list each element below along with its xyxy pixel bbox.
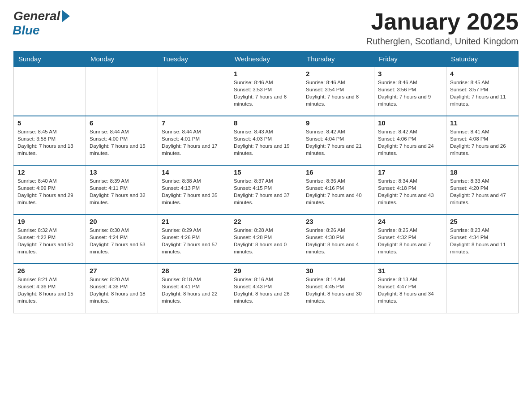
calendar-cell: 5Sunrise: 8:45 AM Sunset: 3:58 PM Daylig… (14, 116, 86, 165)
weekday-header: Wednesday (230, 51, 302, 67)
day-number: 6 (90, 119, 154, 127)
calendar-cell: 8Sunrise: 8:43 AM Sunset: 4:03 PM Daylig… (230, 116, 302, 165)
day-number: 12 (17, 168, 82, 176)
calendar-cell (14, 67, 86, 116)
calendar-cell: 4Sunrise: 8:45 AM Sunset: 3:57 PM Daylig… (446, 67, 519, 116)
calendar-cell: 6Sunrise: 8:44 AM Sunset: 4:00 PM Daylig… (86, 116, 158, 165)
logo-blue-text: Blue (13, 23, 40, 38)
day-info: Sunrise: 8:33 AM Sunset: 4:20 PM Dayligh… (450, 177, 515, 206)
calendar-cell: 9Sunrise: 8:42 AM Sunset: 4:04 PM Daylig… (302, 116, 374, 165)
calendar-cell: 22Sunrise: 8:28 AM Sunset: 4:28 PM Dayli… (230, 214, 302, 264)
day-number: 15 (234, 168, 298, 176)
title-section: January 2025 Rutherglen, Scotland, Unite… (366, 9, 519, 47)
day-info: Sunrise: 8:23 AM Sunset: 4:34 PM Dayligh… (450, 227, 515, 255)
day-number: 31 (378, 267, 442, 274)
day-info: Sunrise: 8:25 AM Sunset: 4:32 PM Dayligh… (378, 227, 442, 255)
day-info: Sunrise: 8:46 AM Sunset: 3:56 PM Dayligh… (378, 79, 442, 107)
day-info: Sunrise: 8:42 AM Sunset: 4:06 PM Dayligh… (378, 128, 442, 157)
day-info: Sunrise: 8:44 AM Sunset: 4:00 PM Dayligh… (90, 128, 154, 157)
day-number: 2 (306, 70, 370, 77)
day-info: Sunrise: 8:42 AM Sunset: 4:04 PM Dayligh… (306, 128, 370, 157)
calendar-cell: 15Sunrise: 8:37 AM Sunset: 4:15 PM Dayli… (230, 165, 302, 214)
day-info: Sunrise: 8:32 AM Sunset: 4:22 PM Dayligh… (17, 227, 82, 255)
day-number: 17 (378, 168, 442, 176)
calendar-cell (158, 67, 230, 116)
day-number: 24 (378, 218, 442, 225)
day-info: Sunrise: 8:46 AM Sunset: 3:54 PM Dayligh… (306, 79, 370, 107)
day-info: Sunrise: 8:16 AM Sunset: 4:43 PM Dayligh… (234, 276, 298, 304)
calendar-cell: 23Sunrise: 8:26 AM Sunset: 4:30 PM Dayli… (302, 214, 374, 264)
day-info: Sunrise: 8:44 AM Sunset: 4:01 PM Dayligh… (162, 128, 226, 157)
day-info: Sunrise: 8:21 AM Sunset: 4:36 PM Dayligh… (17, 276, 82, 304)
calendar-cell: 7Sunrise: 8:44 AM Sunset: 4:01 PM Daylig… (158, 116, 230, 165)
calendar-cell: 31Sunrise: 8:13 AM Sunset: 4:47 PM Dayli… (374, 264, 446, 313)
month-title: January 2025 (366, 9, 519, 34)
calendar-cell: 21Sunrise: 8:29 AM Sunset: 4:26 PM Dayli… (158, 214, 230, 264)
calendar-cell (86, 67, 158, 116)
day-number: 29 (234, 267, 298, 274)
calendar-cell: 30Sunrise: 8:14 AM Sunset: 4:45 PM Dayli… (302, 264, 374, 313)
location-text: Rutherglen, Scotland, United Kingdom (366, 36, 519, 47)
calendar-header-row: SundayMondayTuesdayWednesdayThursdayFrid… (14, 51, 519, 67)
calendar-cell: 2Sunrise: 8:46 AM Sunset: 3:54 PM Daylig… (302, 67, 374, 116)
day-number: 3 (378, 70, 442, 77)
calendar-cell: 24Sunrise: 8:25 AM Sunset: 4:32 PM Dayli… (374, 214, 446, 264)
calendar-table: SundayMondayTuesdayWednesdayThursdayFrid… (13, 51, 519, 313)
day-info: Sunrise: 8:29 AM Sunset: 4:26 PM Dayligh… (162, 227, 226, 255)
day-info: Sunrise: 8:38 AM Sunset: 4:13 PM Dayligh… (162, 177, 226, 206)
weekday-header: Thursday (302, 51, 374, 67)
day-info: Sunrise: 8:39 AM Sunset: 4:11 PM Dayligh… (90, 177, 154, 206)
day-info: Sunrise: 8:26 AM Sunset: 4:30 PM Dayligh… (306, 227, 370, 255)
day-number: 18 (450, 168, 515, 176)
calendar-cell: 19Sunrise: 8:32 AM Sunset: 4:22 PM Dayli… (14, 214, 86, 264)
day-number: 21 (162, 218, 226, 225)
calendar-cell: 16Sunrise: 8:36 AM Sunset: 4:16 PM Dayli… (302, 165, 374, 214)
day-number: 10 (378, 119, 442, 127)
day-number: 7 (162, 119, 226, 127)
calendar-cell: 11Sunrise: 8:41 AM Sunset: 4:08 PM Dayli… (446, 116, 519, 165)
calendar-cell: 14Sunrise: 8:38 AM Sunset: 4:13 PM Dayli… (158, 165, 230, 214)
day-number: 22 (234, 218, 298, 225)
day-number: 8 (234, 119, 298, 127)
day-number: 19 (17, 218, 82, 225)
day-number: 14 (162, 168, 226, 176)
day-number: 28 (162, 267, 226, 274)
calendar-cell: 18Sunrise: 8:33 AM Sunset: 4:20 PM Dayli… (446, 165, 519, 214)
calendar-week-row: 12Sunrise: 8:40 AM Sunset: 4:09 PM Dayli… (14, 165, 519, 214)
day-number: 13 (90, 168, 154, 176)
calendar-cell: 17Sunrise: 8:34 AM Sunset: 4:18 PM Dayli… (374, 165, 446, 214)
calendar-week-row: 26Sunrise: 8:21 AM Sunset: 4:36 PM Dayli… (14, 264, 519, 313)
day-info: Sunrise: 8:45 AM Sunset: 3:58 PM Dayligh… (17, 128, 82, 157)
day-info: Sunrise: 8:45 AM Sunset: 3:57 PM Dayligh… (450, 79, 515, 107)
day-number: 25 (450, 218, 515, 225)
day-info: Sunrise: 8:14 AM Sunset: 4:45 PM Dayligh… (306, 276, 370, 304)
calendar-cell: 1Sunrise: 8:46 AM Sunset: 3:53 PM Daylig… (230, 67, 302, 116)
logo-arrow-icon (62, 10, 70, 22)
day-info: Sunrise: 8:40 AM Sunset: 4:09 PM Dayligh… (17, 177, 82, 206)
day-info: Sunrise: 8:34 AM Sunset: 4:18 PM Dayligh… (378, 177, 442, 206)
calendar-cell: 25Sunrise: 8:23 AM Sunset: 4:34 PM Dayli… (446, 214, 519, 264)
day-number: 27 (90, 267, 154, 274)
day-number: 23 (306, 218, 370, 225)
logo: General Blue (13, 9, 70, 38)
day-info: Sunrise: 8:18 AM Sunset: 4:41 PM Dayligh… (162, 276, 226, 304)
day-info: Sunrise: 8:30 AM Sunset: 4:24 PM Dayligh… (90, 227, 154, 255)
calendar-cell: 10Sunrise: 8:42 AM Sunset: 4:06 PM Dayli… (374, 116, 446, 165)
calendar-cell: 20Sunrise: 8:30 AM Sunset: 4:24 PM Dayli… (86, 214, 158, 264)
calendar-cell (446, 264, 519, 313)
calendar-cell: 13Sunrise: 8:39 AM Sunset: 4:11 PM Dayli… (86, 165, 158, 214)
calendar-cell: 3Sunrise: 8:46 AM Sunset: 3:56 PM Daylig… (374, 67, 446, 116)
day-number: 20 (90, 218, 154, 225)
weekday-header: Tuesday (158, 51, 230, 67)
weekday-header: Saturday (446, 51, 519, 67)
calendar-cell: 26Sunrise: 8:21 AM Sunset: 4:36 PM Dayli… (14, 264, 86, 313)
day-number: 9 (306, 119, 370, 127)
calendar-week-row: 19Sunrise: 8:32 AM Sunset: 4:22 PM Dayli… (14, 214, 519, 264)
weekday-header: Monday (86, 51, 158, 67)
weekday-header: Sunday (14, 51, 86, 67)
day-number: 1 (234, 70, 298, 77)
day-info: Sunrise: 8:28 AM Sunset: 4:28 PM Dayligh… (234, 227, 298, 255)
day-number: 30 (306, 267, 370, 274)
calendar-cell: 27Sunrise: 8:20 AM Sunset: 4:38 PM Dayli… (86, 264, 158, 313)
day-number: 4 (450, 70, 515, 77)
